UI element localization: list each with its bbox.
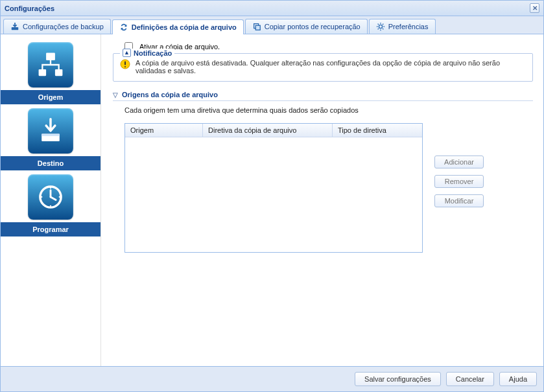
col-diretiva[interactable]: Diretiva da cópia de arquivo [203, 124, 333, 137]
notification-legend: Notificação [134, 49, 172, 57]
modify-button[interactable]: Modificar [434, 194, 484, 207]
svg-rect-14 [55, 69, 63, 76]
svg-rect-12 [46, 53, 55, 61]
svg-rect-2 [255, 25, 260, 30]
col-origem[interactable]: Origem [125, 124, 203, 137]
table-header: Origem Diretiva da cópia de arquivo Tipo… [125, 124, 422, 137]
settings-window: Configurações ✕ Configurações de backup … [0, 0, 544, 392]
help-button[interactable]: Ajuda [499, 372, 537, 386]
close-icon[interactable]: ✕ [530, 3, 539, 13]
svg-line-8 [377, 24, 378, 25]
tab-label: Copiar pontos de recuperação [265, 23, 361, 30]
svg-point-20 [50, 187, 51, 189]
tab-label: Preferências [388, 23, 429, 30]
table-buttons: Adicionar Remover Modificar [434, 156, 484, 207]
remove-button[interactable]: Remover [434, 175, 484, 188]
window-title: Configurações [5, 5, 54, 12]
svg-rect-13 [39, 69, 47, 76]
disk-download-icon [28, 108, 73, 154]
network-icon [28, 42, 73, 87]
svg-rect-26 [124, 66, 126, 67]
collapse-up-icon[interactable]: ▲ [123, 49, 131, 57]
sidebar-item-destino[interactable]: Destino [1, 104, 101, 170]
tab-label: Definições da cópia de arquivo [132, 23, 237, 31]
section-description: Cada origem tem uma diretiva que determi… [124, 106, 533, 114]
tab-backup-settings[interactable]: Configurações de backup [3, 19, 111, 34]
svg-point-3 [379, 25, 382, 28]
sources-table[interactable]: Origem Diretiva da cópia de arquivo Tipo… [124, 123, 423, 253]
notification-fieldset: ▲ Notificação A cópia de arquivo está de… [113, 53, 533, 82]
body: Origem Destino [1, 34, 543, 366]
tab-label: Configurações de backup [23, 23, 104, 30]
main-panel: Ativar a cópia de arquivo. ▲ Notificação… [101, 34, 543, 366]
svg-line-10 [377, 29, 378, 29]
chevron-down-icon: ▽ [113, 91, 118, 98]
svg-rect-16 [41, 134, 60, 136]
tab-copy-recovery-points[interactable]: Copiar pontos de recuperação [245, 19, 368, 34]
section-title: Origens da cópia de arquivo [122, 91, 218, 98]
svg-rect-0 [12, 27, 19, 30]
warning-icon [120, 59, 130, 69]
titlebar: Configurações ✕ [1, 1, 543, 16]
svg-point-23 [41, 196, 42, 198]
gear-icon [376, 22, 385, 31]
sidebar-item-label: Destino [1, 156, 101, 170]
tab-preferences[interactable]: Preferências [369, 19, 436, 34]
copy-icon [252, 22, 261, 31]
tab-file-copy-defs[interactable]: Definições da cópia de arquivo [112, 19, 244, 34]
cancel-button[interactable]: Cancelar [446, 372, 494, 386]
section-header[interactable]: ▽ Origens da cópia de arquivo [113, 91, 533, 101]
sidebar-item-programar[interactable]: Programar [1, 170, 101, 236]
sidebar-item-label: Programar [1, 222, 101, 236]
sidebar: Origem Destino [1, 34, 101, 366]
svg-point-22 [50, 205, 51, 207]
sync-icon [119, 23, 128, 32]
svg-point-21 [59, 196, 60, 198]
notification-text: A cópia de arquivo está desativada. Qual… [136, 59, 526, 75]
add-button[interactable]: Adicionar [434, 156, 484, 168]
footer: Salvar configurações Cancelar Ajuda [1, 366, 543, 391]
svg-line-11 [383, 24, 383, 25]
svg-line-19 [51, 197, 56, 200]
svg-rect-25 [124, 62, 126, 65]
sidebar-item-label: Origem [1, 90, 101, 104]
disk-down-icon [10, 22, 19, 31]
clock-icon [28, 174, 73, 220]
sidebar-item-origem[interactable]: Origem [1, 38, 101, 104]
svg-line-9 [383, 29, 383, 29]
save-button[interactable]: Salvar configurações [355, 372, 441, 386]
tab-bar: Configurações de backup Definições da có… [1, 16, 543, 34]
col-tipo[interactable]: Tipo de diretiva [333, 124, 422, 137]
